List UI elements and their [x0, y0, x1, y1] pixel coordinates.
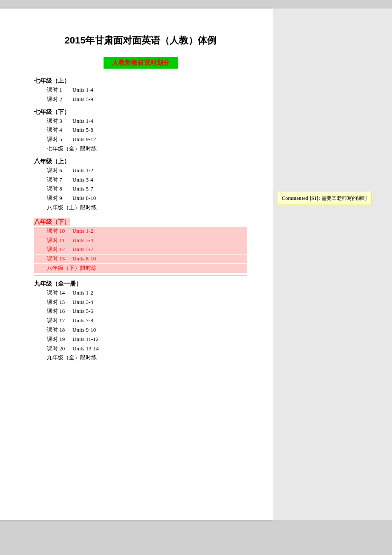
lesson-num: 课时 6 [47, 166, 72, 175]
lesson-row: 课时 13Units 8-10 [34, 254, 247, 263]
section-header-grade7_up: 七年级（上） [34, 77, 247, 85]
lesson-num: 课时 14 [47, 289, 72, 298]
lesson-num: 课时 15 [47, 298, 72, 307]
lesson-units: Units 3-4 [72, 298, 247, 307]
lesson-num: 课时 13 [47, 254, 72, 263]
lesson-row: 课时 19Units 11-12 [34, 335, 247, 344]
lesson-units: Units 3-4 [72, 236, 247, 245]
lesson-num: 课时 10 [47, 227, 72, 236]
lesson-units: Units 5-8 [72, 126, 247, 135]
lesson-units: Units 5-7 [72, 245, 247, 254]
lesson-num: 课时 11 [47, 236, 72, 245]
lesson-units: Units 1-4 [72, 86, 247, 95]
section-header-grade8_down: 八年级（下） [34, 218, 70, 226]
lesson-units: Units 8-10 [72, 194, 247, 203]
limit-row: 七年级（全）限时练 [34, 145, 247, 153]
lesson-num: 课时 1 [47, 86, 72, 95]
lesson-num: 课时 17 [47, 316, 72, 325]
comment-label: Commented [S1]: [282, 195, 320, 201]
lesson-row: 课时 7Units 3-4 [34, 176, 247, 185]
lesson-row: 课时 12Units 5-7 [34, 245, 247, 254]
comment-box: Commented [S1]: 需要辛老师写的课时 [277, 192, 372, 205]
lesson-row: 课时 4Units 5-8 [34, 126, 247, 135]
lesson-units: Units 1-4 [72, 117, 247, 126]
lesson-num: 课时 19 [47, 335, 72, 344]
section-header-grade8_up: 八年级（上） [34, 158, 247, 165]
lesson-num: 课时 9 [47, 194, 72, 203]
limit-row: 九年级（全）限时练 [34, 353, 247, 362]
lesson-num: 课时 12 [47, 245, 72, 254]
lesson-row: 课时 9Units 8-10 [34, 194, 247, 203]
sidebar-panel: Commented [S1]: 需要辛老师写的课时 [273, 9, 392, 520]
lesson-row: 课时 2Units 5-9 [34, 95, 247, 104]
limit-row: 八年级（下）限时练 [34, 264, 247, 273]
lesson-row: 课时 1Units 1-4 [34, 86, 247, 95]
lesson-units: Units 1-2 [72, 166, 247, 175]
lesson-units: Units 11-12 [72, 335, 247, 344]
lesson-row: 课时 5Units 9-12 [34, 135, 247, 144]
sections-container: 七年级（上）课时 1Units 1-4课时 2Units 5-9七年级（下）课时… [34, 77, 247, 362]
page-wrapper: 2015年甘肃面对面英语（人教）体例 人教新教材课时划分 七年级（上）课时 1U… [0, 9, 392, 520]
lesson-num: 课时 4 [47, 126, 72, 135]
document-page: 2015年甘肃面对面英语（人教）体例 人教新教材课时划分 七年级（上）课时 1U… [0, 9, 273, 520]
divider [34, 275, 247, 276]
main-title: 2015年甘肃面对面英语（人教）体例 [34, 34, 247, 47]
lesson-row: 课时 6Units 1-2 [34, 166, 247, 175]
lesson-units: Units 5-9 [72, 95, 247, 104]
lesson-row: 课时 14Units 1-2 [34, 289, 247, 298]
lesson-row: 课时 11Units 3-4 [34, 236, 247, 245]
lesson-units: Units 9-10 [72, 326, 247, 335]
lesson-row: 课时 20Units 13-14 [34, 344, 247, 353]
section-header-grade7_down: 七年级（下） [34, 108, 247, 116]
lesson-units: Units 1-2 [72, 289, 247, 298]
lesson-num: 课时 5 [47, 135, 72, 144]
lesson-row: 课时 17Units 7-8 [34, 316, 247, 325]
lesson-num: 课时 3 [47, 117, 72, 126]
lesson-units: Units 3-4 [72, 176, 247, 185]
lesson-row: 课时 10Units 1-2 [34, 227, 247, 236]
lesson-units: Units 8-10 [72, 254, 247, 263]
lesson-units: Units 9-12 [72, 135, 247, 144]
lesson-row: 课时 18Units 9-10 [34, 326, 247, 335]
lesson-units: Units 13-14 [72, 344, 247, 353]
lesson-units: Units 5-7 [72, 185, 247, 194]
comment-text: 需要辛老师写的课时 [321, 195, 367, 201]
lesson-row: 课时 3Units 1-4 [34, 117, 247, 126]
lesson-num: 课时 7 [47, 176, 72, 185]
lesson-units: Units 1-2 [72, 227, 247, 236]
lesson-num: 课时 18 [47, 326, 72, 335]
lesson-num: 课时 2 [47, 95, 72, 104]
limit-row: 八年级（上）限时练 [34, 203, 247, 212]
lesson-num: 课时 20 [47, 344, 72, 353]
lesson-row: 课时 16Units 5-6 [34, 307, 247, 316]
lesson-units: Units 5-6 [72, 307, 247, 316]
lesson-num: 课时 16 [47, 307, 72, 316]
lesson-units: Units 7-8 [72, 316, 247, 325]
lesson-row: 课时 15Units 3-4 [34, 298, 247, 307]
section-header-grade9_full: 九年级（全一册） [34, 280, 247, 288]
lesson-row: 课时 8Units 5-7 [34, 185, 247, 194]
lesson-num: 课时 8 [47, 185, 72, 194]
subtitle-banner: 人教新教材课时划分 [104, 57, 178, 69]
